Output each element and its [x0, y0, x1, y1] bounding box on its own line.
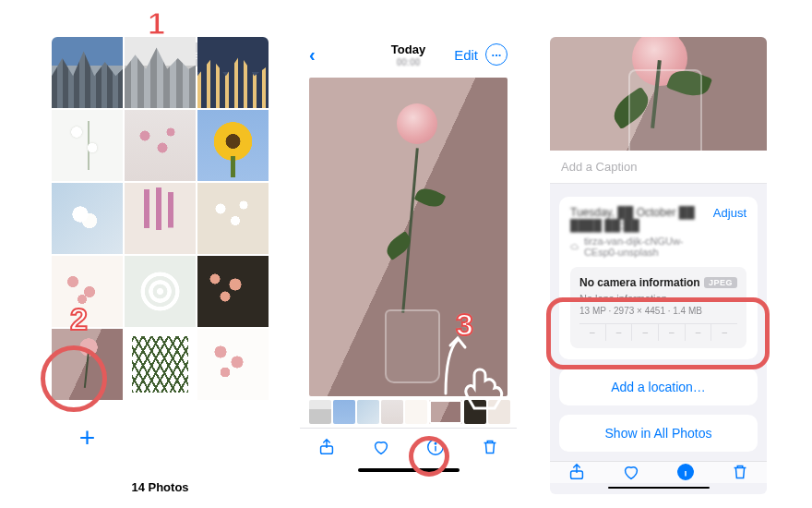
info-button[interactable]: [675, 462, 696, 482]
photo-thumb[interactable]: [197, 183, 269, 254]
edit-button[interactable]: Edit: [454, 47, 478, 63]
photo-thumb[interactable]: [125, 183, 196, 254]
info-icon: [675, 462, 696, 482]
screen-album-grid: ‹ My Albums Select ··· Wallpapers + 14 P…: [52, 37, 269, 494]
cloud-icon: [570, 241, 579, 252]
annotation-swipe-up-icon: [432, 329, 506, 415]
svg-point-15: [685, 468, 686, 469]
filmstrip-thumb[interactable]: [357, 400, 379, 424]
annotation-circle-thumb: [41, 345, 107, 412]
photo-thumb[interactable]: [125, 256, 196, 327]
download-source-row: tirza-van-dijk-cNGUw-CEsp0-unsplash: [570, 236, 713, 258]
photo-thumb[interactable]: [197, 110, 269, 181]
filmstrip-thumb[interactable]: [333, 400, 355, 424]
format-badge: JPEG: [704, 277, 737, 288]
photo-thumb[interactable]: [52, 183, 123, 254]
screen-photo-info: Add a Caption Tuesday, ██ October ██ ███…: [550, 37, 767, 494]
add-photo-button[interactable]: +: [52, 402, 123, 473]
photo-count: 14 Photos: [52, 473, 269, 494]
delete-button[interactable]: [730, 462, 750, 482]
photo-thumb[interactable]: [197, 329, 269, 400]
heart-icon: [621, 462, 641, 482]
photo-thumb[interactable]: [125, 37, 196, 108]
photo-thumb[interactable]: [125, 329, 196, 400]
favorite-button[interactable]: [621, 462, 641, 482]
photo-thumb[interactable]: [197, 256, 269, 327]
screen-photo-detail: ‹ Today 00:00 Edit ···: [300, 37, 517, 494]
add-location-button[interactable]: Add a location…: [559, 369, 758, 405]
home-indicator[interactable]: [608, 487, 710, 489]
photo-date: Tuesday, ██ October ██ ████ ██:██: [570, 206, 713, 232]
filmstrip-thumb[interactable]: [309, 400, 331, 424]
adjust-button[interactable]: Adjust: [713, 206, 746, 220]
share-icon: [567, 462, 587, 482]
nav-title: Today: [391, 42, 425, 56]
trash-icon: [480, 437, 500, 457]
nav-subtitle-time: 00:00: [397, 57, 421, 67]
favorite-button[interactable]: [371, 437, 391, 457]
filename: tirza-van-dijk-cNGUw-CEsp0-unsplash: [584, 236, 713, 258]
share-button[interactable]: [567, 462, 587, 482]
back-chevron-icon[interactable]: ‹: [309, 45, 316, 64]
photo-thumb[interactable]: [52, 110, 123, 181]
caption-input[interactable]: Add a Caption: [550, 151, 767, 184]
photo-preview[interactable]: [550, 37, 767, 151]
photo-toolbar: [550, 461, 767, 483]
annotation-step-1: 1: [148, 6, 165, 42]
photo-thumb[interactable]: [125, 110, 196, 181]
trash-icon: [730, 462, 750, 482]
camera-title: No camera information: [579, 276, 700, 289]
show-in-all-photos-button[interactable]: Show in All Photos: [559, 415, 758, 452]
annotation-step-2: 2: [70, 301, 88, 337]
photo-thumb[interactable]: [197, 37, 269, 108]
share-icon: [316, 437, 337, 457]
annotation-rect-camera-info: [546, 297, 770, 369]
delete-button[interactable]: [480, 437, 500, 457]
photo-thumb[interactable]: [52, 37, 123, 108]
filmstrip-thumb[interactable]: [405, 400, 427, 424]
heart-icon: [371, 437, 391, 457]
annotation-circle-info: [409, 436, 449, 477]
filmstrip-thumb[interactable]: [381, 400, 403, 424]
more-button[interactable]: ···: [485, 43, 508, 66]
share-button[interactable]: [316, 437, 337, 457]
